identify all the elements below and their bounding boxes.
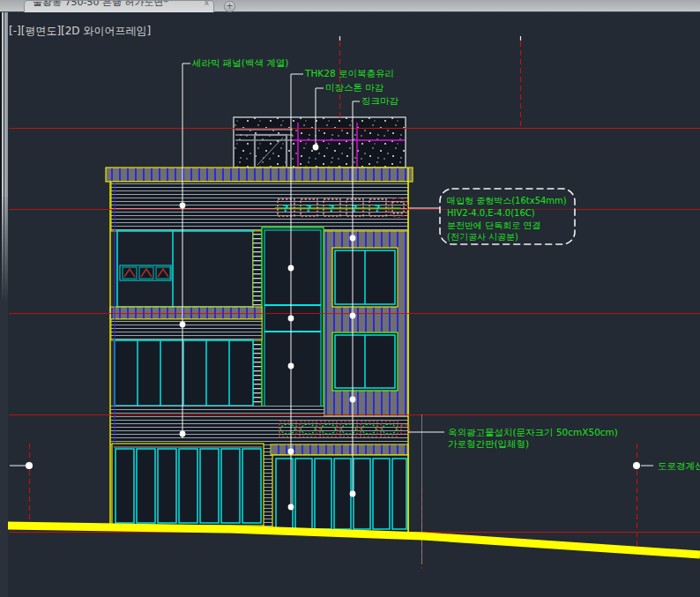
- file-tab-bar: 물왕동 750-50 은행 허가도면* x +: [0, 0, 700, 12]
- label-road-boundary: 도로경계선: [658, 460, 700, 471]
- label-zinc-finish: 징크마감: [361, 95, 399, 106]
- road-boundary-marker-right: [633, 462, 640, 469]
- label-glass: THK28 로이복층유리: [304, 68, 394, 78]
- drawing-file-tab[interactable]: 물왕동 750-50 은행 허가도면* x: [24, 0, 214, 12]
- road-boundary-marker-left: [26, 462, 33, 469]
- left-panel-edge[interactable]: [0, 11, 8, 597]
- callout-line-1: 매입형 중형박스(16tx54mm): [447, 196, 567, 205]
- window-2f-row: [115, 340, 253, 406]
- electric-box-symbol: ?: [375, 203, 380, 214]
- drawing-canvas[interactable]: ? ? ? ? ?: [0, 0, 700, 597]
- electric-callout: 매입형 중형박스(16tx54mm) HIV2-4.0,E-4.0(16C) 분…: [440, 189, 575, 244]
- electric-box-symbol: ?: [306, 203, 311, 214]
- road-ground-line: [7, 526, 700, 555]
- callout-line-3: 분전반에 단독회로 연결: [447, 220, 540, 230]
- 2f-siding-band: [111, 319, 262, 340]
- label-sign-line2: 가로형간판(입체형): [448, 438, 529, 449]
- building-elevation: [106, 117, 413, 533]
- electric-box-symbol: ?: [329, 203, 334, 214]
- callout-line-2: HIV2-4.0,E-4.0(16C): [447, 208, 535, 218]
- zinc-window-upper: [332, 248, 398, 307]
- label-plaster-stone: 미장스톤 마감: [325, 82, 384, 93]
- viewport-controls-label[interactable]: [-][평면도][2D 와이어프레임]: [9, 24, 151, 39]
- label-sign-line1: 옥외광고물설치(문자크기 50cmX50cm): [448, 427, 618, 437]
- tab-close-icon[interactable]: x: [205, 0, 209, 7]
- new-tab-button[interactable]: +: [224, 1, 235, 12]
- rooftop-structure: [234, 117, 406, 168]
- zinc-window-lower: [332, 332, 398, 391]
- drawing-file-tab-title: 물왕동 750-50 은행 허가도면*: [33, 0, 168, 11]
- callout-line-4: (전기공사 시공분): [447, 232, 518, 242]
- window-3f-left: [117, 231, 253, 307]
- cad-application-window: ? ? ? ? ?: [0, 0, 700, 597]
- electric-box-symbol: ?: [283, 203, 288, 214]
- storefront-left: [112, 444, 264, 526]
- parapet-band: [106, 168, 413, 182]
- label-ceramic-panel: 세라믹 패널(백색 계열): [191, 57, 288, 68]
